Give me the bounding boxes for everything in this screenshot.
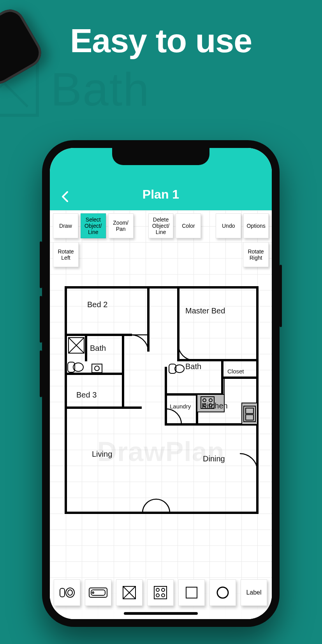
- shower-icon: [122, 585, 137, 600]
- svg-point-28: [95, 366, 99, 371]
- back-button[interactable]: [58, 190, 72, 203]
- tool-options[interactable]: Options: [243, 213, 269, 238]
- room-label-laundry: Laundry: [170, 403, 191, 410]
- svg-point-51: [162, 588, 165, 591]
- promo-headline: Easy to use: [0, 21, 322, 60]
- tool-rotate-right[interactable]: Rotate Right: [243, 242, 269, 267]
- room-label-kitchen: Kitchen: [202, 401, 228, 410]
- room-label-dining: Dining: [203, 454, 225, 463]
- chevron-left-icon: [61, 191, 69, 202]
- palette-stove[interactable]: [147, 579, 174, 606]
- svg-point-55: [217, 587, 228, 598]
- toolbar-rotate-right-wrap: Rotate Right: [243, 242, 269, 267]
- toolbar-top: Draw Select Object/ Line Zoom/ Pan Delet…: [53, 213, 269, 238]
- phone-notch: [112, 148, 209, 165]
- room-label-bath1: Bath: [90, 344, 106, 353]
- svg-rect-40: [60, 588, 65, 597]
- svg-point-53: [162, 594, 165, 597]
- floor-plan-svg: [65, 286, 259, 514]
- palette-circle[interactable]: [209, 579, 236, 606]
- room-label-bed3: Bed 3: [76, 391, 97, 399]
- phone-screen: Plan 1 DrawPlan Draw Select Object/ Line…: [50, 148, 272, 619]
- tool-rotate-left[interactable]: Rotate Left: [53, 242, 79, 267]
- toolbar-rotate-left-wrap: Rotate Left: [53, 242, 79, 267]
- room-label-closet: Closet: [227, 368, 244, 375]
- palette-label[interactable]: Label: [241, 579, 267, 606]
- canvas-area[interactable]: DrawPlan Draw Select Object/ Line Zoom/ …: [50, 210, 272, 619]
- tool-draw[interactable]: Draw: [53, 213, 78, 238]
- svg-point-50: [156, 588, 159, 591]
- palette-shower[interactable]: [116, 579, 143, 606]
- svg-rect-27: [92, 364, 102, 373]
- page-title: Plan 1: [143, 187, 179, 202]
- tool-undo[interactable]: Undo: [216, 213, 241, 238]
- toilet-icon: [58, 586, 76, 599]
- svg-rect-0: [66, 287, 257, 513]
- palette-bathtub[interactable]: [85, 579, 111, 606]
- stove-icon: [153, 585, 168, 600]
- tool-zoom[interactable]: Zoom/ Pan: [108, 213, 134, 238]
- tool-color[interactable]: Color: [176, 213, 201, 238]
- floor-plan[interactable]: Bed 2 Master Bed Bath Bath Closet Bed 3 …: [65, 286, 259, 514]
- svg-rect-25: [68, 362, 75, 372]
- tool-delete[interactable]: Delete Object/ Line: [148, 213, 174, 238]
- room-label-bath2: Bath: [185, 362, 201, 371]
- circle-icon: [216, 586, 230, 600]
- svg-rect-43: [89, 588, 107, 597]
- phone-frame: Plan 1 DrawPlan Draw Select Object/ Line…: [42, 140, 280, 627]
- room-label-master: Master Bed: [185, 306, 225, 315]
- palette-square[interactable]: [178, 579, 205, 606]
- svg-rect-54: [186, 587, 197, 598]
- svg-point-41: [66, 588, 74, 597]
- bathtub-icon: [88, 587, 108, 598]
- room-label-bed2: Bed 2: [87, 300, 107, 309]
- svg-rect-49: [154, 586, 167, 599]
- svg-point-45: [92, 592, 94, 593]
- room-label-living: Living: [92, 450, 112, 459]
- svg-rect-44: [91, 590, 105, 595]
- home-indicator: [124, 612, 198, 615]
- svg-point-52: [156, 594, 159, 597]
- palette-toilet[interactable]: [54, 579, 80, 606]
- svg-point-42: [68, 590, 72, 595]
- square-icon: [185, 586, 198, 599]
- tool-select[interactable]: Select Object/ Line: [81, 213, 106, 238]
